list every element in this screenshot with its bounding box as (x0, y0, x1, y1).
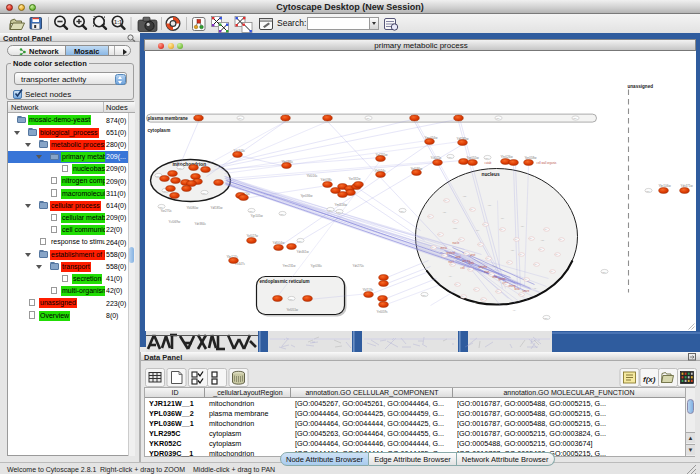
svg-text:Ybr..: Ybr.. (513, 238, 518, 240)
svg-text:Ydr038c: Ydr038c (320, 177, 332, 181)
svg-text:Yhr026w: Yhr026w (500, 154, 513, 158)
svg-text:loca: loca (514, 286, 520, 290)
svg-text:redu: redu (468, 260, 474, 264)
svg-text:Ybr..: Ybr.. (467, 268, 472, 270)
svg-text:Ydr..: Ydr.. (248, 209, 253, 212)
svg-text:Yol..: Yol.. (520, 224, 525, 226)
svg-text:Ybr..: Ybr.. (558, 238, 563, 240)
svg-text:unassigned: unassigned (627, 83, 653, 88)
svg-text:endoplasmic reticulum: endoplasmic reticulum (259, 279, 309, 284)
svg-text:Ybr..: Ybr.. (518, 293, 523, 295)
svg-text:Ybr..: Ybr.. (506, 261, 511, 263)
svg-text:Ypr036w: Ypr036w (300, 193, 313, 197)
svg-text:Ydr..: Ydr.. (279, 212, 284, 215)
svg-text:Ybr..: Ybr.. (495, 290, 500, 292)
svg-text:Ydr..: Ydr.. (447, 155, 452, 158)
svg-text:Ydr..: Ydr.. (543, 316, 548, 319)
svg-text:Yel051w: Yel051w (286, 307, 298, 311)
svg-text:Ydr..: Ydr.. (297, 239, 302, 242)
svg-text:Ydr..: Ydr.. (645, 189, 650, 192)
svg-text:Ydr270c: Ydr270c (352, 263, 364, 267)
svg-text:Ygr105w: Ygr105w (250, 213, 263, 217)
svg-text:Ybr..: Ybr.. (543, 228, 548, 230)
svg-text:1:1: 1:1 (114, 19, 122, 25)
svg-text:Ycl025c: Ycl025c (430, 155, 441, 159)
svg-text:Ybr..: Ybr.. (469, 208, 474, 210)
svg-text:Yjl..: Yjl.. (533, 286, 537, 288)
svg-text:prot: prot (470, 252, 475, 256)
svg-text:Ynl059c: Ynl059c (376, 309, 388, 313)
svg-text:Ydr..: Ydr.. (288, 297, 293, 300)
svg-text:Ybr..: Ybr.. (449, 263, 454, 265)
svg-text:Ybr..: Ybr.. (485, 257, 490, 259)
svg-text:Ydr..: Ydr.. (336, 210, 341, 213)
svg-text:Ybr..: Ybr.. (503, 283, 508, 285)
svg-text:meta: meta (440, 245, 447, 249)
svg-text:Ydl185w: Ydl185w (210, 205, 223, 209)
svg-text:Ykl119c: Ykl119c (362, 287, 373, 291)
svg-text:Ybr..: Ybr.. (518, 253, 523, 255)
svg-text:Ybl..: Ybl.. (510, 248, 515, 250)
svg-text:Yel027w: Yel027w (246, 233, 258, 237)
svg-text:Ybr..: Ybr.. (458, 238, 463, 240)
svg-text:Ydr..: Ydr.. (421, 293, 426, 296)
svg-text:Ydl004w: Ydl004w (272, 240, 285, 244)
svg-text:Ykl080w: Ykl080w (186, 205, 198, 209)
svg-text:Ykl..: Ykl.. (475, 228, 480, 230)
svg-text:Ybr..: Ybr.. (473, 288, 478, 290)
svg-text:Ycl069w: Ycl069w (168, 219, 180, 223)
svg-text:Ydr471w: Ydr471w (680, 183, 693, 187)
svg-text:Ybr..: Ybr.. (463, 252, 468, 254)
svg-text:Ybr106w: Ybr106w (658, 183, 671, 187)
svg-text:proteol: proteol (446, 250, 455, 254)
svg-text:f(x): f(x) (643, 374, 656, 383)
svg-text:Ybr..: Ybr.. (430, 246, 435, 248)
svg-text:Ybr..: Ybr.. (549, 270, 554, 272)
svg-text:Ybr..: Ybr.. (538, 248, 543, 250)
svg-text:Ydr..: Ydr.. (399, 209, 404, 212)
svg-text:ampho: ampho (478, 264, 487, 268)
svg-text:Ydr..: Ydr.. (495, 117, 500, 120)
svg-text:Ydr..: Ydr.. (327, 208, 332, 211)
svg-text:oxid: oxid (455, 254, 461, 258)
svg-text:Ydr..: Ydr.. (177, 166, 182, 169)
svg-text:Ybr..: Ybr.. (477, 243, 482, 245)
svg-text:Ydr..: Ydr.. (572, 117, 577, 120)
svg-text:Ybr..: Ybr.. (443, 199, 448, 201)
svg-text:catab: catab (484, 160, 491, 164)
svg-text:Ybr..: Ybr.. (482, 223, 487, 225)
svg-text:Yhr..: Yhr.. (492, 264, 497, 266)
svg-text:Ybr..: Ybr.. (427, 215, 432, 217)
svg-text:Ypr058w: Ypr058w (524, 155, 537, 159)
svg-text:secre: secre (522, 288, 529, 292)
svg-text:Yfl..: Yfl.. (448, 274, 452, 276)
svg-text:Ygr036c: Ygr036c (310, 263, 322, 267)
svg-text:Ybr..: Ybr.. (528, 237, 533, 239)
svg-text:Ydr..: Ydr.. (237, 117, 242, 120)
svg-text:Ydr..: Ydr.. (365, 117, 370, 120)
svg-text:Ymr..: Ymr.. (452, 226, 458, 228)
svg-text:Yor270c: Yor270c (160, 208, 172, 212)
svg-text:Ybr..: Ybr.. (441, 254, 446, 256)
svg-text:Ydr..: Ydr.. (601, 270, 606, 273)
svg-text:Ybr..: Ybr.. (452, 220, 457, 222)
svg-text:Ydr384c: Ydr384c (194, 221, 206, 225)
svg-text:Ybr..: Ybr.. (499, 228, 504, 230)
svg-text:Yml116w: Yml116w (334, 202, 347, 206)
svg-text:Ydr461w: Ydr461w (296, 249, 309, 253)
svg-text:Ybr..: Ybr.. (480, 298, 485, 300)
svg-text:Ydr..: Ydr.. (484, 156, 489, 159)
svg-text:Ymr231w: Ymr231w (282, 263, 296, 267)
svg-text:cytoplasm: cytoplasm (147, 127, 170, 132)
svg-text:Ykr..: Ykr.. (472, 300, 477, 302)
svg-text:plasma membrane: plasma membrane (147, 116, 188, 121)
svg-text:Ydr..: Ydr.. (462, 194, 467, 196)
svg-text:Yor332w: Yor332w (348, 176, 361, 180)
svg-text:Ybr..: Ybr.. (460, 295, 465, 297)
svg-text:Ygl..: Ygl.. (442, 210, 447, 212)
svg-text:Ygr055w: Ygr055w (466, 155, 479, 159)
svg-text:Ykl016c: Ykl016c (306, 173, 317, 177)
svg-text:Ylr..: Ylr.. (512, 308, 516, 310)
svg-text:cell: cell (460, 265, 465, 269)
svg-text:Ybr..: Ybr.. (533, 263, 538, 265)
